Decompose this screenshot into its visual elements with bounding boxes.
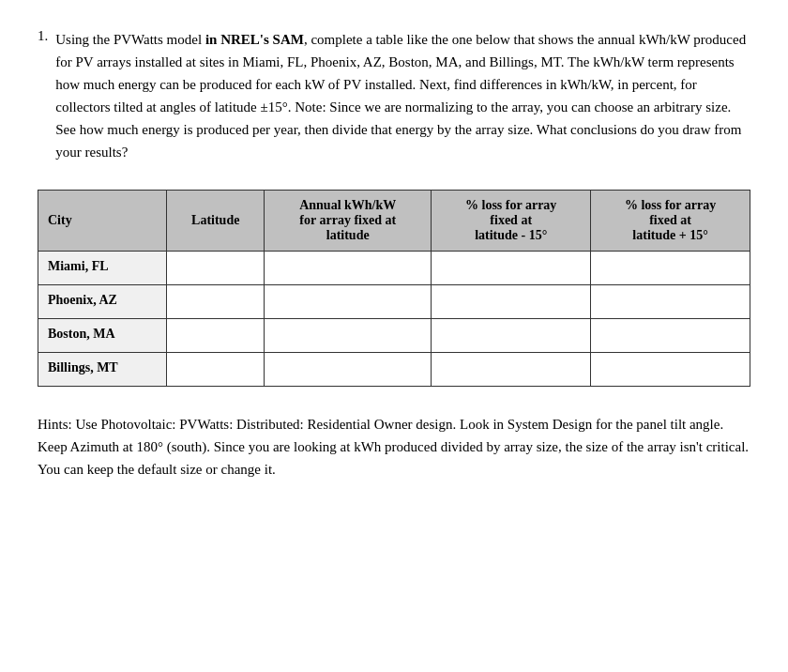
latitude-phoenix (167, 285, 265, 319)
city-miami: Miami, FL (38, 252, 167, 285)
loss-minus15-phoenix (432, 285, 591, 319)
question-text: Using the PVWatts model in NREL's SAM, c… (55, 28, 750, 163)
kwh-boston (265, 319, 432, 353)
city-billings: Billings, MT (38, 353, 167, 387)
loss-plus15-billings (591, 353, 750, 387)
kwh-phoenix (265, 285, 432, 319)
loss-plus15-boston (591, 319, 750, 353)
table-row: Billings, MT (38, 353, 750, 387)
header-loss-plus15: % loss for arrayfixed atlatitude + 15° (591, 191, 750, 252)
question-number: 1. (38, 28, 48, 163)
question-block: 1. Using the PVWatts model in NREL's SAM… (38, 28, 750, 163)
latitude-boston (167, 319, 265, 353)
loss-minus15-boston (432, 319, 591, 353)
city-phoenix: Phoenix, AZ (38, 285, 167, 319)
kwh-miami (265, 252, 432, 285)
table-header-row: City Latitude Annual kWh/kWfor array fix… (38, 191, 750, 252)
hints-block: Hints: Use Photovoltaic: PVWatts: Distri… (38, 413, 750, 481)
hints-text: Hints: Use Photovoltaic: PVWatts: Distri… (38, 413, 750, 481)
table-container: City Latitude Annual kWh/kWfor array fix… (38, 190, 750, 387)
loss-minus15-miami (432, 252, 591, 285)
header-annual-kwh: Annual kWh/kWfor array fixed atlatitude (265, 191, 432, 252)
data-table: City Latitude Annual kWh/kWfor array fix… (38, 190, 750, 387)
header-latitude: Latitude (167, 191, 265, 252)
header-loss-minus15: % loss for arrayfixed atlatitude - 15° (432, 191, 591, 252)
bold-text: in NREL's SAM (205, 32, 304, 47)
loss-plus15-miami (591, 252, 750, 285)
main-content: 1. Using the PVWatts model in NREL's SAM… (38, 28, 750, 481)
city-boston: Boston, MA (38, 319, 167, 353)
table-row: Boston, MA (38, 319, 750, 353)
table-row: Miami, FL (38, 252, 750, 285)
loss-plus15-phoenix (591, 285, 750, 319)
loss-minus15-billings (432, 353, 591, 387)
latitude-miami (167, 252, 265, 285)
kwh-billings (265, 353, 432, 387)
table-row: Phoenix, AZ (38, 285, 750, 319)
latitude-billings (167, 353, 265, 387)
header-city: City (38, 191, 167, 252)
